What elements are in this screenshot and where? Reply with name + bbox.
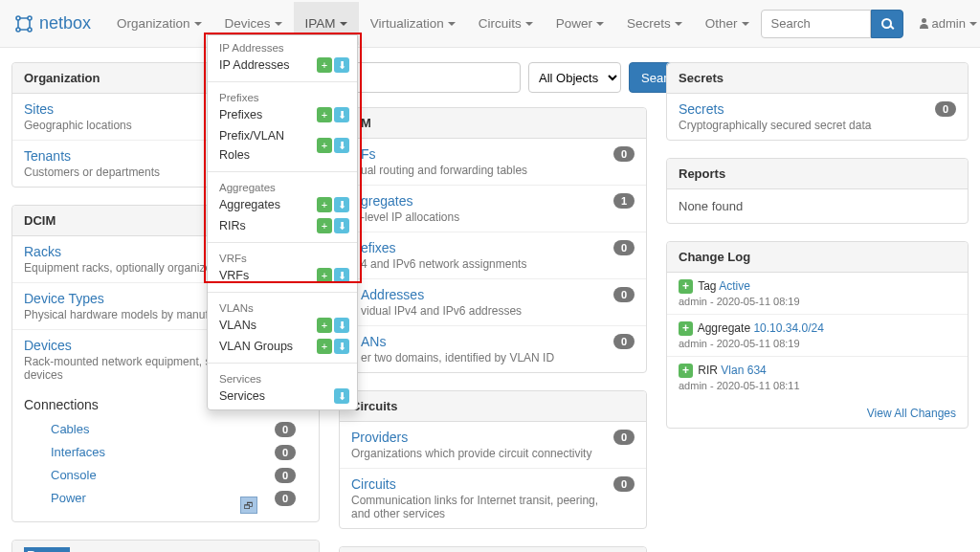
nav-organization[interactable]: Organization xyxy=(105,2,213,45)
global-search-button[interactable] xyxy=(871,10,903,38)
item-link[interactable]: efixes xyxy=(361,240,613,255)
user-icon xyxy=(919,18,929,29)
import-icon[interactable]: ⬇ xyxy=(334,318,349,333)
user-name: admin xyxy=(932,16,966,31)
list-item: ProvidersOrganizations which provide cir… xyxy=(340,422,646,469)
object-type-select[interactable]: All Objects xyxy=(528,62,621,93)
plus-icon[interactable]: + xyxy=(317,197,332,212)
dropdown-link[interactable]: VLANs xyxy=(219,316,317,335)
global-search-input[interactable] xyxy=(761,10,871,38)
nav-virtualization[interactable]: Virtualization xyxy=(359,2,467,45)
connection-link[interactable]: Interfaces xyxy=(51,445,105,460)
reports-panel: Reports None found xyxy=(666,158,969,224)
dropdown-link[interactable]: IP Addresses xyxy=(219,55,317,75)
dropdown-item[interactable]: VRFs+⬇ xyxy=(208,265,357,286)
nav-circuits[interactable]: Circuits xyxy=(467,2,545,45)
changelog-type: Tag xyxy=(698,279,716,293)
item-link[interactable]: ANs xyxy=(361,334,613,349)
import-icon[interactable]: ⬇ xyxy=(334,107,349,122)
circuits-panel: Circuits ProvidersOrganizations which pr… xyxy=(339,390,647,529)
search-icon xyxy=(881,18,892,29)
item-link[interactable]: Addresses xyxy=(361,287,613,302)
connection-link[interactable]: Power xyxy=(51,491,86,506)
dropdown-header: Aggregates xyxy=(208,178,357,194)
item-link[interactable]: Fs xyxy=(361,146,613,162)
panel-header: Power xyxy=(12,541,319,552)
item-description: Cryptographically secured secret data xyxy=(679,119,935,132)
changelog-object-link[interactable]: 10.10.34.0/24 xyxy=(753,321,823,335)
chevron-down-icon xyxy=(596,22,604,26)
dropdown-item[interactable]: Prefixes+⬇ xyxy=(208,104,357,125)
panel-header: Circuits xyxy=(340,391,646,422)
connection-link[interactable]: Cables xyxy=(51,422,89,437)
dropdown-item[interactable]: VLAN Groups+⬇ xyxy=(208,336,357,357)
plus-icon[interactable]: + xyxy=(317,138,332,153)
nav-menu: OrganizationDevicesIPAMVirtualizationCir… xyxy=(105,2,760,45)
dropdown-header: VLANs xyxy=(208,298,357,315)
chevron-down-icon xyxy=(525,22,533,26)
plus-icon[interactable]: + xyxy=(317,218,332,233)
dropdown-link[interactable]: VRFs xyxy=(219,266,317,285)
dropdown-link[interactable]: Prefix/VLAN Roles xyxy=(219,126,317,165)
object-search-input[interactable] xyxy=(339,62,521,93)
plus-icon[interactable]: + xyxy=(317,339,332,354)
dropdown-link[interactable]: VLAN Groups xyxy=(219,337,317,356)
dropdown-item[interactable]: RIRs+⬇ xyxy=(208,215,357,236)
ipam-items: Fsual routing and forwarding tables0greg… xyxy=(340,139,646,372)
dropdown-item[interactable]: Services⬇ xyxy=(208,386,357,407)
brand-logo[interactable]: netbox xyxy=(14,13,91,33)
translate-icon[interactable]: 🗗 xyxy=(240,497,257,514)
nav-secrets[interactable]: Secrets xyxy=(615,2,694,45)
chevron-down-icon xyxy=(194,22,202,26)
dropdown-link[interactable]: Services xyxy=(219,386,334,406)
import-icon[interactable]: ⬇ xyxy=(334,57,349,73)
import-icon[interactable]: ⬇ xyxy=(334,138,349,153)
item-description: er two domains, identified by VLAN ID xyxy=(361,351,613,364)
list-item: SecretsCryptographically secured secret … xyxy=(667,94,968,140)
count-badge: 0 xyxy=(613,334,635,349)
svg-point-0 xyxy=(16,16,20,20)
dropdown-item[interactable]: Prefix/VLAN Roles+⬇ xyxy=(208,125,357,166)
dropdown-link[interactable]: Aggregates xyxy=(219,195,317,214)
import-icon[interactable]: ⬇ xyxy=(334,268,349,283)
item-link[interactable]: Providers xyxy=(351,430,613,445)
changelog-item: + RIR Vlan 634admin - 2020-05-11 08:11 xyxy=(667,357,968,398)
dropdown-item[interactable]: IP Addresses+⬇ xyxy=(208,55,357,76)
plus-icon[interactable]: + xyxy=(317,268,332,283)
item-link[interactable]: Circuits xyxy=(351,476,613,492)
connection-item: Power0 xyxy=(35,487,307,510)
changelog-object-link[interactable]: Vlan 634 xyxy=(721,364,766,377)
dropdown-item[interactable]: VLANs+⬇ xyxy=(208,315,357,336)
chevron-down-icon xyxy=(448,22,456,26)
plus-icon[interactable]: + xyxy=(317,318,332,333)
dropdown-link[interactable]: Prefixes xyxy=(219,105,317,124)
chevron-down-icon xyxy=(340,22,347,26)
import-icon[interactable]: ⬇ xyxy=(334,197,349,212)
count-badge: 0 xyxy=(613,240,635,255)
reports-body: None found xyxy=(667,189,968,223)
nav-power[interactable]: Power xyxy=(545,2,615,45)
list-item: CircuitsCommunication links for Internet… xyxy=(340,469,646,528)
count-badge: 0 xyxy=(275,491,296,506)
panel-header: Virtualization xyxy=(340,547,646,552)
plus-icon[interactable]: + xyxy=(317,107,332,122)
svg-point-2 xyxy=(16,28,20,32)
plus-icon[interactable]: + xyxy=(317,57,332,73)
changelog-object-link[interactable]: Active xyxy=(719,279,750,293)
nav-right: admin xyxy=(761,10,981,38)
connection-link[interactable]: Console xyxy=(51,468,97,483)
nav-other[interactable]: Other xyxy=(694,2,761,45)
global-search xyxy=(761,10,903,38)
import-icon[interactable]: ⬇ xyxy=(334,388,349,404)
changelog-meta: admin - 2020-05-11 08:19 xyxy=(679,296,956,307)
view-all-changes-link[interactable]: View All Changes xyxy=(867,407,956,420)
list-item: Fsual routing and forwarding tables0 xyxy=(340,139,646,186)
user-menu[interactable]: admin xyxy=(911,16,981,31)
dropdown-item[interactable]: Aggregates+⬇ xyxy=(208,194,357,215)
item-link[interactable]: gregates xyxy=(361,193,613,209)
dropdown-link[interactable]: RIRs xyxy=(219,216,317,235)
item-link[interactable]: Secrets xyxy=(679,101,935,117)
import-icon[interactable]: ⬇ xyxy=(334,339,349,354)
panel-header: Reports xyxy=(667,159,968,189)
import-icon[interactable]: ⬇ xyxy=(334,218,349,233)
